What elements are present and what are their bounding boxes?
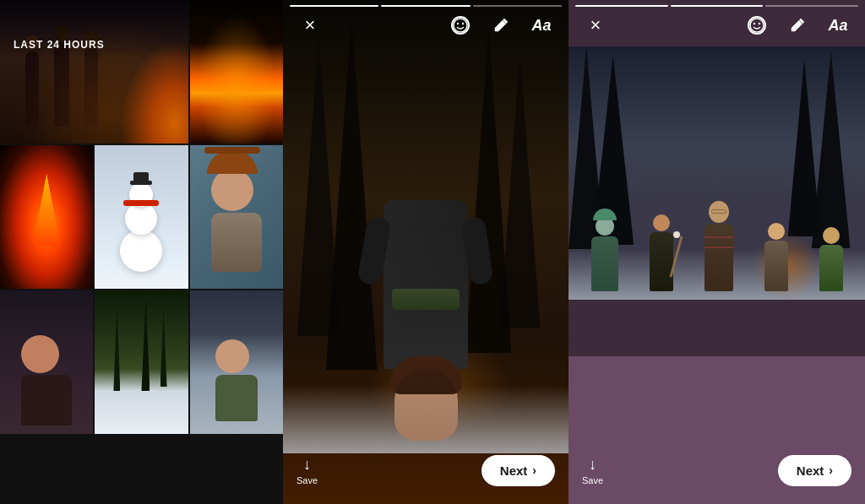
save-button-right[interactable]: ↓ Save (582, 456, 603, 485)
story-header-middle: × Aa (283, 0, 569, 51)
story-progress-right (575, 5, 858, 7)
svg-point-4 (753, 23, 755, 24)
text-button-middle[interactable]: Aa (528, 12, 555, 39)
progress-bar-3 (473, 5, 562, 7)
text-button-right[interactable]: Aa (824, 12, 851, 39)
gallery-photo-campfire-large[interactable] (0, 145, 93, 289)
close-icon-right: × (590, 14, 601, 36)
progress-bar-right-3 (765, 5, 858, 7)
svg-point-0 (454, 19, 467, 32)
gallery-photo-snowman[interactable] (95, 145, 188, 289)
progress-bar-2 (381, 5, 470, 7)
next-chevron-right: › (829, 463, 833, 477)
story-editor-right: × Aa (569, 0, 865, 504)
story-progress-middle (290, 5, 562, 7)
gallery-header: LAST 24 HOURS (14, 39, 105, 51)
progress-bar-right-1 (575, 5, 668, 7)
progress-bar-right-2 (671, 5, 764, 7)
sticker-icon-right (748, 16, 766, 35)
story-toolbar-middle: Aa (447, 12, 555, 39)
sticker-button-right[interactable] (743, 12, 770, 39)
close-button-middle[interactable]: × (296, 12, 324, 39)
next-chevron-middle: › (532, 463, 536, 477)
svg-point-2 (462, 23, 464, 24)
next-label-right: Next (797, 463, 824, 478)
gallery-photo-forest[interactable] (95, 290, 188, 434)
draw-button-middle[interactable] (487, 12, 514, 39)
save-label-right: Save (582, 475, 603, 485)
story-editor-middle: × Aa (283, 0, 569, 504)
next-label-middle: Next (500, 463, 528, 478)
gallery-photo-portrait[interactable] (0, 290, 93, 434)
draw-button-right[interactable] (784, 12, 811, 39)
draw-icon (492, 17, 509, 34)
photo-grid (0, 0, 283, 504)
svg-point-1 (457, 23, 459, 24)
draw-icon-right (789, 17, 806, 34)
gallery-photo-winter-selfie[interactable] (190, 145, 283, 289)
text-icon: Aa (531, 17, 551, 35)
story-bottom-middle: ↓ Save Next › (283, 445, 569, 504)
story-header-right: × Aa (569, 0, 865, 51)
save-label-middle: Save (296, 475, 318, 485)
save-button-middle[interactable]: ↓ Save (296, 456, 318, 485)
save-download-icon-right: ↓ (589, 456, 596, 474)
sticker-icon (451, 16, 470, 35)
svg-point-3 (750, 19, 764, 32)
story-toolbar-right: Aa (743, 12, 851, 39)
save-download-icon: ↓ (303, 456, 311, 474)
gallery-photo-person-selfie[interactable] (190, 290, 283, 434)
progress-bar-1 (290, 5, 378, 7)
text-icon-right: Aa (828, 17, 847, 35)
sticker-button-middle[interactable] (447, 12, 474, 39)
svg-point-5 (759, 23, 760, 24)
story-bottom-right: ↓ Save Next › (569, 445, 865, 504)
photo-gallery-panel: LAST 24 HOURS (0, 0, 283, 504)
next-button-right[interactable]: Next › (778, 455, 851, 486)
next-button-middle[interactable]: Next › (481, 455, 555, 486)
close-button-right[interactable]: × (582, 12, 609, 39)
close-icon: × (305, 14, 316, 36)
